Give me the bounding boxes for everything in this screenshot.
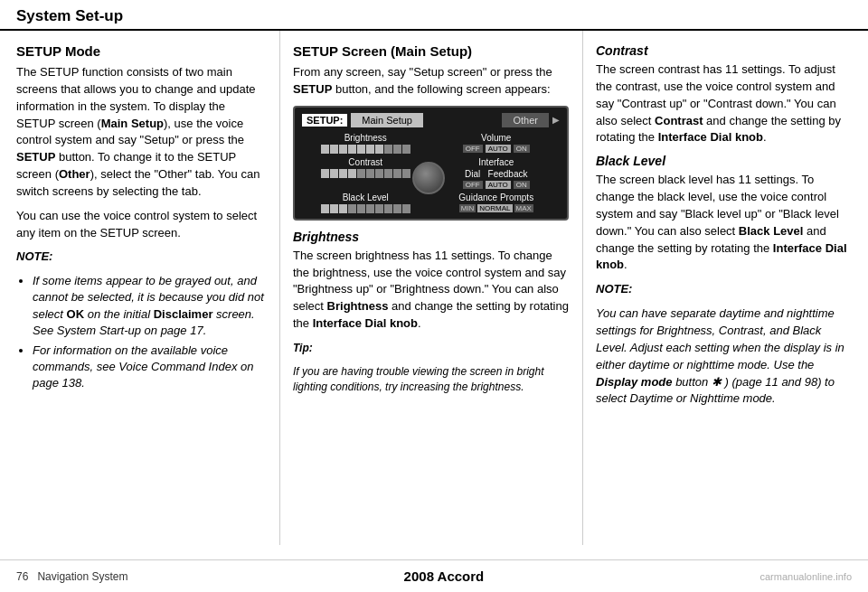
dial-knob-graphic: [412, 162, 445, 194]
setup-screen-label: SETUP:: [302, 114, 347, 127]
black-level-para: The screen black level has 11 settings. …: [596, 172, 854, 274]
content-area: SETUP Mode The SETUP function consists o…: [0, 31, 868, 545]
tip-line: Tip:: [293, 340, 570, 357]
bar-seg: [330, 169, 338, 178]
bar-seg: [375, 145, 383, 154]
black-level-bar: [321, 204, 410, 213]
bar-seg: [366, 145, 374, 154]
page-title: System Set-up: [16, 7, 123, 25]
bar-seg: [339, 204, 347, 213]
bar-seg: [384, 145, 392, 154]
bar-seg: [375, 169, 383, 178]
bar-seg: [357, 145, 365, 154]
setup-screen-header: SETUP: Main Setup Other ▶: [302, 113, 560, 127]
nav-label: Navigation System: [37, 570, 127, 583]
setup-mode-para1: The SETUP function consists of two main …: [16, 64, 265, 201]
left-column: SETUP Mode The SETUP function consists o…: [0, 31, 280, 545]
brightness-bar: [321, 145, 410, 154]
footer-center: 2008 Accord: [127, 569, 760, 584]
bar-seg: [357, 204, 365, 213]
contrast-title: Contrast: [596, 43, 854, 58]
middle-column: SETUP Screen (Main Setup) From any scree…: [280, 31, 583, 545]
brightness-para: The screen brightness has 11 settings. T…: [293, 248, 570, 333]
bar-seg: [321, 145, 329, 154]
bar-seg: [402, 145, 410, 154]
bar-seg: [366, 204, 374, 213]
vol-auto: AUTO: [486, 145, 511, 153]
brightness-subsection-title: Brightness: [293, 230, 570, 244]
footer-left: 76 Navigation System: [16, 570, 127, 583]
bar-seg: [375, 204, 383, 213]
setup-screen-intro: From any screen, say "Setup screen" or p…: [293, 64, 570, 99]
contrast-para: The screen contrast has 11 settings. To …: [596, 61, 854, 146]
setup-screen-title: SETUP Screen (Main Setup): [293, 43, 570, 59]
vol-on: ON: [514, 145, 530, 153]
bar-seg: [357, 169, 365, 178]
bar-seg: [348, 145, 356, 154]
bar-seg: [402, 169, 410, 178]
note-label: NOTE:: [16, 249, 265, 266]
right-column: Contrast The screen contrast has 11 sett…: [583, 31, 868, 545]
bar-seg: [393, 204, 401, 213]
bar-seg: [402, 204, 410, 213]
brightness-cell: Brightness: [302, 133, 429, 154]
tip-text: If you are having trouble viewing the sc…: [293, 364, 570, 395]
prompts-max: MAX: [514, 204, 533, 212]
bar-seg: [384, 169, 392, 178]
page-header: System Set-up: [0, 0, 868, 31]
setup-tab-other: Other: [502, 113, 549, 127]
setup-tab-main: Main Setup: [351, 113, 423, 127]
interface-dial-label: Interface: [478, 157, 514, 167]
setup-screen-graphic: SETUP: Main Setup Other ▶ Brightness: [293, 106, 569, 221]
guidance-prompts-cell: Guidance Prompts MIN NORMAL MAX: [433, 193, 561, 213]
bar-seg: [384, 204, 392, 213]
vol-off: OFF: [463, 145, 483, 153]
prompts-options: MIN NORMAL MAX: [459, 204, 533, 212]
page-number: 76: [16, 570, 28, 583]
bar-seg: [339, 169, 347, 178]
fb-on: ON: [514, 181, 530, 189]
bar-seg: [366, 169, 374, 178]
feedback-cell: Interface Dial Feedback OFF AUTO ON: [433, 157, 561, 189]
volume-indicators: OFF AUTO ON: [463, 145, 530, 153]
bar-seg: [321, 204, 329, 213]
bar-seg: [393, 169, 401, 178]
bar-seg: [393, 145, 401, 154]
bar-seg: [339, 145, 347, 154]
black-level-label: Black Level: [343, 193, 389, 202]
bar-seg: [321, 169, 329, 178]
prompts-normal: NORMAL: [477, 204, 512, 212]
note-item-1: If some items appear to be grayed out, a…: [33, 273, 265, 339]
black-level-cell: Black Level: [302, 193, 429, 213]
volume-label: Volume: [481, 133, 511, 143]
notes-list: If some items appear to be grayed out, a…: [33, 273, 265, 391]
note-item-2: For information on the available voice c…: [33, 343, 265, 392]
setup-mode-para2: You can use the voice control system to …: [16, 208, 265, 242]
setup-mode-title: SETUP Mode: [16, 43, 265, 59]
bar-seg: [348, 204, 356, 213]
interface-dial-knob: [412, 162, 445, 194]
contrast-bar: [321, 169, 410, 178]
prompts-min: MIN: [459, 204, 476, 212]
fb-auto: AUTO: [486, 181, 511, 189]
bar-seg: [348, 169, 356, 178]
footer-watermark: carmanualonline.info: [760, 571, 852, 582]
right-note-text: You can have separate daytime and nightt…: [596, 305, 854, 408]
volume-cell: Volume OFF AUTO ON: [433, 133, 561, 154]
bar-seg: [330, 145, 338, 154]
right-note-label: NOTE:: [596, 281, 854, 298]
contrast-label: Contrast: [348, 157, 382, 167]
bar-seg: [330, 204, 338, 213]
page-footer: 76 Navigation System 2008 Accord carmanu…: [0, 559, 868, 592]
fb-off: OFF: [463, 181, 483, 189]
guidance-prompts-label: Guidance Prompts: [458, 193, 533, 202]
feedback-label: Dial Feedback: [465, 169, 527, 179]
feedback-indicators: OFF AUTO ON: [463, 181, 530, 189]
brightness-label: Brightness: [344, 133, 387, 143]
tip-label: Tip:: [293, 342, 313, 354]
contrast-cell: Contrast: [302, 157, 429, 189]
black-level-title: Black Level: [596, 154, 854, 168]
